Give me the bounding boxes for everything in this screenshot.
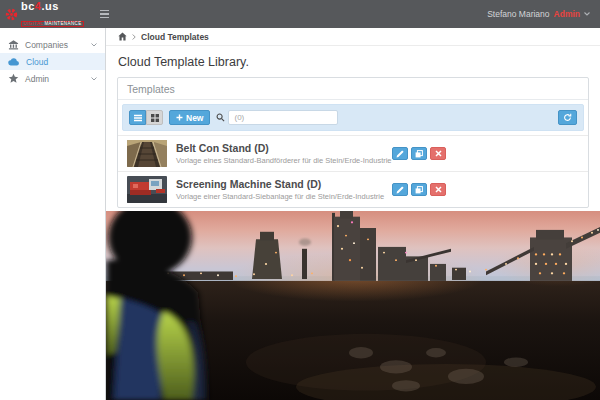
grid-icon (151, 114, 159, 122)
x-icon (435, 150, 442, 157)
templates-panel: Templates New (117, 77, 589, 208)
new-template-button[interactable]: New (169, 110, 210, 125)
sidebar-item-label: Companies (25, 40, 68, 50)
brand-logo[interactable]: bc4.us DIGITAL MAINTENANCE (0, 0, 88, 28)
delete-button[interactable] (430, 183, 446, 196)
breadcrumb-current[interactable]: Cloud Templates (141, 32, 209, 42)
star-icon (8, 73, 19, 84)
template-thumbnail-screening-machine (127, 176, 167, 203)
edit-button[interactable] (392, 183, 408, 196)
list-view-button[interactable] (129, 110, 146, 125)
breadcrumb: Cloud Templates (106, 28, 600, 46)
user-role-badge: Admin (554, 9, 580, 19)
template-subtitle: Vorlage eines Standard-Bandförderer für … (176, 156, 392, 165)
refresh-button[interactable] (558, 110, 577, 125)
chevron-down-icon (91, 43, 97, 47)
sidebar: Companies Cloud Admin (0, 28, 106, 400)
delete-button[interactable] (430, 147, 446, 160)
template-thumbnail-conveyor (127, 140, 167, 167)
row-actions (392, 147, 446, 160)
pencil-icon (396, 186, 404, 194)
search-input[interactable] (228, 110, 338, 125)
templates-toolbar: New (122, 104, 584, 131)
copy-icon (415, 150, 423, 158)
chevron-down-icon (584, 12, 590, 16)
hero-photo (106, 211, 600, 400)
template-subtitle: Vorlage einer Standard-Siebanlage für di… (176, 192, 392, 201)
top-navbar: bc4.us DIGITAL MAINTENANCE Stefano Maria… (0, 0, 600, 28)
app-window: bc4.us DIGITAL MAINTENANCE Stefano Maria… (0, 0, 600, 400)
chevron-right-icon (132, 34, 136, 40)
sidebar-item-admin[interactable]: Admin (0, 70, 105, 87)
list-icon (134, 114, 142, 122)
template-info: Screening Machine Stand (D) Vorlage eine… (176, 178, 392, 201)
page-title: Cloud Template Library. (118, 55, 588, 69)
sidebar-item-companies[interactable]: Companies (0, 36, 105, 53)
copy-icon (415, 186, 423, 194)
template-row[interactable]: Belt Con Stand (D) Vorlage eines Standar… (118, 135, 588, 171)
brand-name: bc4.us (21, 1, 84, 12)
brand-tagline: DIGITAL MAINTENANCE (21, 21, 84, 28)
template-info: Belt Con Stand (D) Vorlage eines Standar… (176, 142, 392, 165)
plus-icon (176, 114, 183, 121)
bank-icon (8, 39, 19, 50)
sidebar-item-label: Cloud (26, 57, 48, 67)
copy-button[interactable] (411, 183, 427, 196)
grid-view-button[interactable] (146, 110, 163, 125)
chevron-down-icon (91, 77, 97, 81)
refresh-icon (563, 113, 572, 122)
view-switcher (129, 110, 163, 125)
brand-text: bc4.us DIGITAL MAINTENANCE (21, 1, 84, 28)
user-name: Stefano Mariano (487, 9, 549, 19)
template-title: Screening Machine Stand (D) (176, 178, 392, 190)
cloud-icon (8, 57, 20, 66)
pencil-icon (396, 150, 404, 158)
user-menu[interactable]: Stefano Mariano Admin (487, 9, 590, 19)
panel-title: Templates (118, 78, 588, 100)
copy-button[interactable] (411, 147, 427, 160)
gear-icon (5, 8, 18, 21)
sidebar-item-label: Admin (25, 74, 49, 84)
template-row[interactable]: Screening Machine Stand (D) Vorlage eine… (118, 171, 588, 207)
home-icon[interactable] (118, 32, 127, 41)
row-actions (392, 183, 446, 196)
x-icon (435, 186, 442, 193)
main-content: Cloud Templates Cloud Template Library. … (106, 28, 600, 400)
new-button-label: New (186, 113, 203, 123)
menu-toggle-icon[interactable] (96, 6, 113, 23)
sidebar-item-cloud[interactable]: Cloud (0, 53, 105, 70)
template-title: Belt Con Stand (D) (176, 142, 392, 154)
edit-button[interactable] (392, 147, 408, 160)
search-icon (216, 113, 225, 122)
